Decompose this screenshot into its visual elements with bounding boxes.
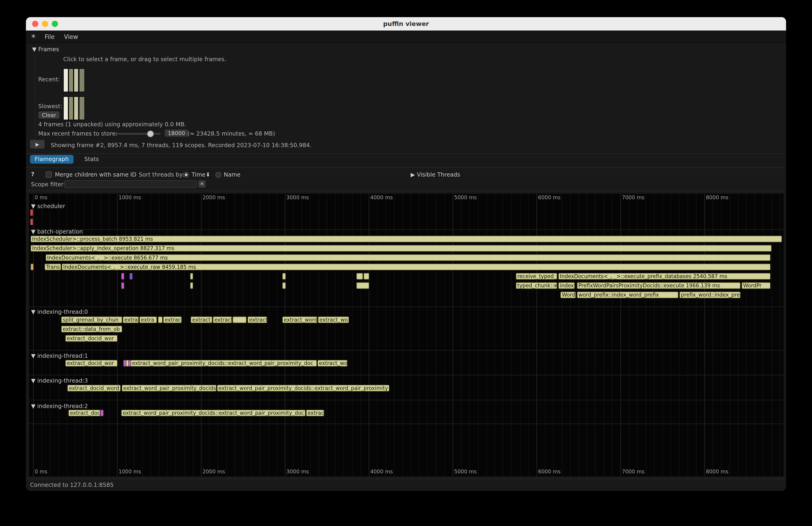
play-button[interactable]: ▶ bbox=[30, 140, 45, 148]
thread-section-separator bbox=[29, 307, 783, 307]
flame-bar[interactable] bbox=[356, 282, 369, 289]
thread-header-indexing-thread:0[interactable]: ▼ indexing-thread:0 bbox=[31, 309, 88, 316]
flame-bar[interactable] bbox=[101, 410, 104, 417]
flame-bar[interactable]: PrefixWordPairsProximityDocids::execute … bbox=[577, 282, 740, 289]
tab-bar: Flamegraph Stats bbox=[30, 155, 104, 164]
axis-tick-label: 1000 ms bbox=[119, 195, 141, 201]
max-frames-value[interactable]: 18000 bbox=[165, 130, 188, 137]
flame-bar[interactable] bbox=[232, 316, 246, 323]
frames-section-header[interactable]: ▼ Frames bbox=[32, 46, 59, 53]
merge-children-label[interactable]: Merge children with same ID bbox=[55, 172, 136, 178]
thread-header-indexing-thread:3[interactable]: ▼ indexing-thread:3 bbox=[31, 378, 88, 384]
flame-bar[interactable]: extract bbox=[247, 316, 267, 323]
flame-bar[interactable]: extract_docid_word bbox=[68, 385, 121, 391]
flame-bar[interactable]: extract_word_pair_proximity_docids::extr… bbox=[217, 385, 389, 391]
flame-bar[interactable]: Trans bbox=[44, 263, 61, 270]
frames-section-title: Frames bbox=[38, 46, 59, 53]
flame-bar[interactable]: prefix_word::index_prefix_wo bbox=[679, 292, 741, 298]
merge-children-checkbox[interactable] bbox=[46, 172, 52, 178]
flame-bar[interactable]: IndexDocuments<_, _>::execute_raw 8459.1… bbox=[62, 263, 770, 270]
flame-bar[interactable] bbox=[282, 282, 286, 289]
flame-bar[interactable]: extrac bbox=[163, 316, 182, 323]
flame-bar[interactable] bbox=[364, 273, 369, 280]
slowest-frames-thumbnail[interactable] bbox=[63, 97, 85, 120]
flame-bar[interactable]: IndexDocuments<_, _>::execute 8656.677 m… bbox=[46, 254, 771, 261]
menu-file[interactable]: File bbox=[40, 33, 59, 40]
flame-bar[interactable]: index bbox=[558, 282, 575, 289]
sort-time-label[interactable]: Time bbox=[192, 172, 205, 178]
thread-header-batch-operation[interactable]: ▼ batch-operation bbox=[31, 228, 83, 235]
flame-bar[interactable]: IndexDocuments<_, _>::execute_prefix_dat… bbox=[558, 273, 770, 280]
flame-bar[interactable]: receive_typed_ bbox=[516, 273, 557, 280]
flame-bar[interactable]: extract_wo bbox=[318, 316, 349, 323]
connection-status: Connected to 127.0.0.1:8585 bbox=[30, 482, 114, 488]
flame-bar[interactable]: extrac bbox=[306, 410, 324, 417]
flame-bar[interactable] bbox=[31, 263, 33, 270]
collapse-triangle-icon: ▼ bbox=[32, 46, 37, 53]
sort-direction-icon[interactable]: ⬇ bbox=[205, 172, 211, 178]
flame-bar[interactable]: extract_ bbox=[190, 316, 212, 323]
scope-filter-clear-button[interactable]: ✕ bbox=[198, 180, 205, 188]
minimize-window-button[interactable] bbox=[42, 20, 48, 27]
menubar: ✳ File View bbox=[26, 31, 786, 43]
visible-threads-toggle[interactable]: ▶ Visible Threads bbox=[411, 172, 460, 178]
thread-header-scheduler[interactable]: ▼ scheduler bbox=[31, 203, 65, 210]
menu-view[interactable]: View bbox=[59, 33, 83, 40]
flame-bar[interactable]: IndexScheduler>::process_batch 8953.821 … bbox=[31, 236, 782, 243]
help-button[interactable]: ? bbox=[31, 171, 34, 177]
sort-time-radio[interactable] bbox=[183, 172, 189, 178]
sort-name-radio[interactable] bbox=[216, 172, 221, 178]
flame-bar[interactable]: typed_chunk::w bbox=[516, 282, 557, 289]
flame-bar[interactable]: extract_docid_wor bbox=[66, 360, 118, 367]
axis-tick-label: 6000 ms bbox=[538, 195, 561, 201]
flame-bar[interactable]: IndexScheduler>::apply_index_operation 8… bbox=[31, 245, 772, 252]
axis-tick-label: 7000 ms bbox=[622, 195, 644, 201]
tab-stats[interactable]: Stats bbox=[80, 155, 104, 164]
flame-bar[interactable] bbox=[282, 273, 286, 280]
flame-bar[interactable] bbox=[190, 282, 193, 289]
max-frames-slider-knob[interactable] bbox=[147, 130, 154, 137]
flame-bar[interactable]: extract::data_from_ob bbox=[61, 326, 122, 333]
flame-bar[interactable]: extract_doc bbox=[68, 410, 101, 417]
clear-button[interactable]: Clear bbox=[38, 111, 60, 118]
flame-bar[interactable] bbox=[130, 273, 133, 280]
thread-header-indexing-thread:1[interactable]: ▼ indexing-thread:1 bbox=[31, 353, 88, 360]
flame-bar[interactable] bbox=[356, 273, 363, 280]
flame-bar[interactable] bbox=[158, 316, 163, 323]
close-window-button[interactable] bbox=[32, 20, 39, 27]
recent-frames-thumbnail[interactable] bbox=[63, 68, 85, 92]
flame-bar[interactable]: WordPr bbox=[742, 282, 770, 289]
flame-bar[interactable] bbox=[30, 209, 33, 216]
flame-bar[interactable]: extract_word bbox=[282, 316, 318, 323]
scope-filter-input[interactable] bbox=[64, 180, 197, 188]
flame-bar[interactable] bbox=[121, 273, 124, 280]
flame-bar[interactable]: extra bbox=[139, 316, 157, 323]
app-window: puffin viewer ✳ File View ▼ Frames Click… bbox=[26, 17, 786, 491]
flame-bar[interactable] bbox=[190, 273, 193, 280]
flame-bar[interactable]: extract_ bbox=[213, 316, 232, 323]
axis-tick-label: 0 ms bbox=[35, 469, 47, 474]
flame-bar[interactable]: extract_word_pair_proximity_docids bbox=[122, 385, 216, 391]
flame-bar[interactable]: extract bbox=[123, 316, 139, 323]
separator bbox=[26, 190, 786, 191]
recent-frames-label: Recent: bbox=[38, 76, 60, 83]
flame-bar[interactable]: Word bbox=[560, 292, 576, 298]
app-menu-icon[interactable]: ✳ bbox=[26, 33, 40, 40]
flame-bar[interactable]: split_grenad_by_chun bbox=[61, 316, 122, 323]
flame-bar[interactable]: word_prefix::index_word_prefix bbox=[577, 292, 678, 298]
flame-bar[interactable] bbox=[121, 282, 124, 289]
flame-bar[interactable] bbox=[30, 219, 33, 225]
sort-name-label[interactable]: Name bbox=[223, 172, 241, 178]
max-frames-label: Max recent frames to store: bbox=[38, 130, 117, 137]
flamegraph-canvas[interactable]: 0 ms0 ms1000 ms1000 ms2000 ms2000 ms3000… bbox=[29, 194, 783, 477]
flame-bar[interactable]: extract_word_pair_proximity_docids::extr… bbox=[130, 360, 317, 367]
zoom-window-button[interactable] bbox=[52, 20, 58, 27]
flame-bar[interactable]: extract_word_pair_proximity_docids::extr… bbox=[121, 410, 306, 417]
flame-bar[interactable]: extract_wo bbox=[318, 360, 348, 367]
tab-flamegraph[interactable]: Flamegraph bbox=[30, 155, 73, 164]
titlebar[interactable]: puffin viewer bbox=[26, 17, 786, 31]
axis-tick-label: 1000 ms bbox=[119, 469, 141, 474]
collapse-triangle-right-icon: ▶ bbox=[411, 172, 415, 178]
thread-header-indexing-thread:2[interactable]: ▼ indexing-thread:2 bbox=[31, 403, 88, 410]
flame-bar[interactable]: extract_docid_wor bbox=[66, 335, 118, 342]
